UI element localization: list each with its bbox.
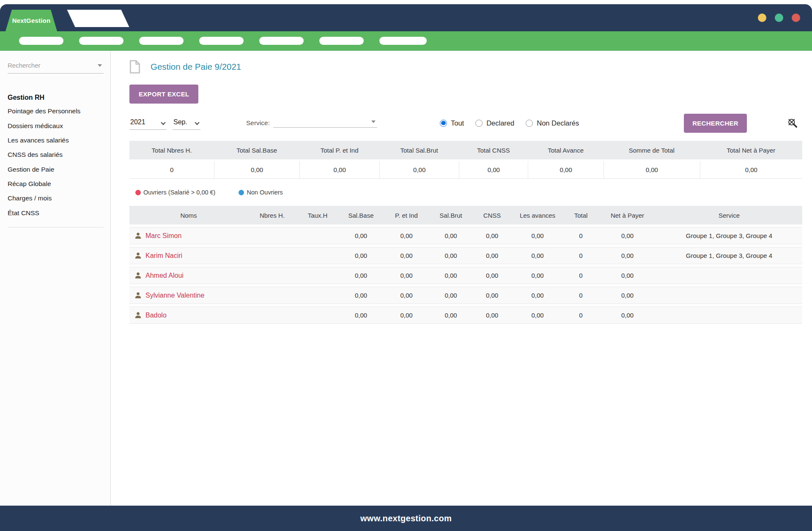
col-header-taux-h: Taux.H [296,206,339,224]
summary-value-total-sal-brut: 0,00 [379,161,459,179]
radio-button-icon [475,120,483,127]
brand-tab[interactable]: NextGestion [5,10,57,31]
nav-pill[interactable] [79,37,123,45]
cell-taux-h [296,287,339,304]
window-dot-yellow[interactable] [758,14,766,22]
nav-pill[interactable] [199,37,244,45]
cell-p-et-ind: 0,00 [383,227,430,244]
cell-cnss: 0,00 [472,247,512,264]
footer: www.nextgestion.com [0,506,812,531]
col-header-les-avances: Les avances [512,206,563,224]
sidebar-item-recap-globale[interactable]: Récap Globale [8,177,104,191]
summary-value-total-p-et-ind: 0,00 [299,161,379,179]
cell-total: 0 [563,307,599,324]
page-title: Gestion de Paie 9/2021 [151,62,241,72]
summary-col-total-cnss: Total CNSS [459,141,528,159]
cell-service: Groupe 1, Groupe 3, Groupe 4 [656,227,802,244]
cell-les-avances: 0,00 [512,247,563,264]
cell-cnss: 0,00 [472,287,512,304]
footer-url: www.nextgestion.com [360,514,452,523]
sidebar-item-label: Pointage des Personnels [8,107,80,115]
cell-sal-base: 0,00 [339,247,383,264]
cell-sal-base: 0,00 [339,267,383,284]
nav-pill[interactable] [19,37,63,45]
service-select[interactable] [273,119,377,128]
legend-label: Ouvriers (Salarié > 0,00 €) [143,189,215,196]
sidebar-item-cnss-des-salaries[interactable]: CNSS des salariés [8,148,104,162]
caret-down-icon [371,120,376,123]
service-label: Service: [246,119,270,127]
legend: Ouvriers (Salarié > 0,00 €)Non Ouvriers [129,189,802,196]
legend-dot-icon [239,190,244,195]
sidebar-item-label: Les avances salariés [8,137,69,144]
person-icon [134,292,142,299]
nav-pill[interactable] [139,37,184,45]
sidebar-item-etat-cnss[interactable]: État CNSS [8,206,104,220]
nav-pill[interactable] [259,37,304,45]
summary-value-total-net-a-payer: 0,00 [700,161,802,179]
employee-name-link[interactable]: Badolo [145,312,167,319]
radio-label: Non Declarés [537,119,579,127]
radio-declared[interactable]: Declared [475,119,514,127]
document-icon [129,60,140,74]
cell-taux-h [296,247,339,264]
cell-service [656,287,802,304]
cell-p-et-ind: 0,00 [383,307,430,324]
nav-pill[interactable] [319,37,364,45]
summary-col-total-avance: Total Avance [528,141,604,159]
rechercher-button[interactable]: RECHERCHER [684,114,747,133]
table-row: Badolo0,000,000,000,000,0000,00 [129,307,802,324]
legend-item-non-ouvriers: Non Ouvriers [239,189,283,196]
export-excel-button[interactable]: EXPORT EXCEL [129,85,198,104]
cell-total: 0 [563,267,599,284]
cell-service [656,307,802,324]
person-icon [134,252,142,259]
summary-col-total-nbres-h: Total Nbres H. [129,141,214,159]
summary-table: Total Nbres H.Total Sal.BaseTotal P. et … [129,139,802,181]
employee-name-link[interactable]: Ahmed Aloui [145,272,184,279]
radio-button-icon [440,120,447,127]
summary-value-total-cnss: 0,00 [459,161,528,179]
radio-tout[interactable]: Tout [440,119,464,127]
employee-name-link[interactable]: Marc Simon [145,232,181,240]
window-dot-green[interactable] [775,14,783,22]
cell-sal-brut: 0,00 [430,227,472,244]
cell-p-et-ind: 0,00 [383,287,430,304]
year-select[interactable]: 2021 [129,117,167,130]
employee-name-link[interactable]: Sylvianne Valentine [145,292,204,299]
sidebar-item-les-avances-salaries[interactable]: Les avances salariés [8,133,104,148]
sidebar-item-pointage-des-personnels[interactable]: Pointage des Personnels [8,104,104,118]
titlebar: NextGestion [0,4,812,31]
sidebar-search-input[interactable]: Rechercher [8,58,104,74]
cell-sal-base: 0,00 [339,287,383,304]
summary-col-total-p-et-ind: Total P. et Ind [299,141,379,159]
cell-net-a-payer: 0,00 [599,247,656,264]
cell-net-a-payer: 0,00 [599,227,656,244]
radio-non-declares[interactable]: Non Declarés [526,119,579,127]
sidebar-item-label: Gestion de Paie [8,166,54,173]
sidebar-item-label: CNSS des salariés [8,151,63,158]
cell-net-a-payer: 0,00 [599,307,656,324]
nav-pill[interactable] [379,37,427,45]
sidebar-item-dossiers-medicaux[interactable]: Dossiers médicaux [8,118,104,133]
cell-net-a-payer: 0,00 [599,267,656,284]
cell-total: 0 [563,227,599,244]
month-select-value: Sep. [173,118,187,126]
window-dot-red[interactable] [792,14,800,22]
clear-search-icon[interactable] [787,118,798,129]
chevron-down-icon [195,120,199,125]
employee-name-link[interactable]: Karim Naciri [145,252,182,260]
sidebar-item-charges-mois[interactable]: Charges / mois [8,191,104,205]
cell-noms: Marc Simon [129,227,248,244]
radio-label: Declared [486,119,514,127]
summary-col-somme-de-total: Somme de Total [604,141,700,159]
cell-taux-h [296,307,339,324]
summary-value-total-avance: 0,00 [528,161,604,179]
month-select[interactable]: Sep. [173,117,200,130]
page-header: Gestion de Paie 9/2021 [129,60,802,74]
cell-cnss: 0,00 [472,227,512,244]
cell-noms: Sylvianne Valentine [129,287,248,304]
sidebar-item-gestion-de-paie[interactable]: Gestion de Paie [8,162,104,177]
cell-taux-h [296,267,339,284]
filter-bar: 2021 Sep. Service: ToutDeclaredNon Decla… [129,113,802,133]
